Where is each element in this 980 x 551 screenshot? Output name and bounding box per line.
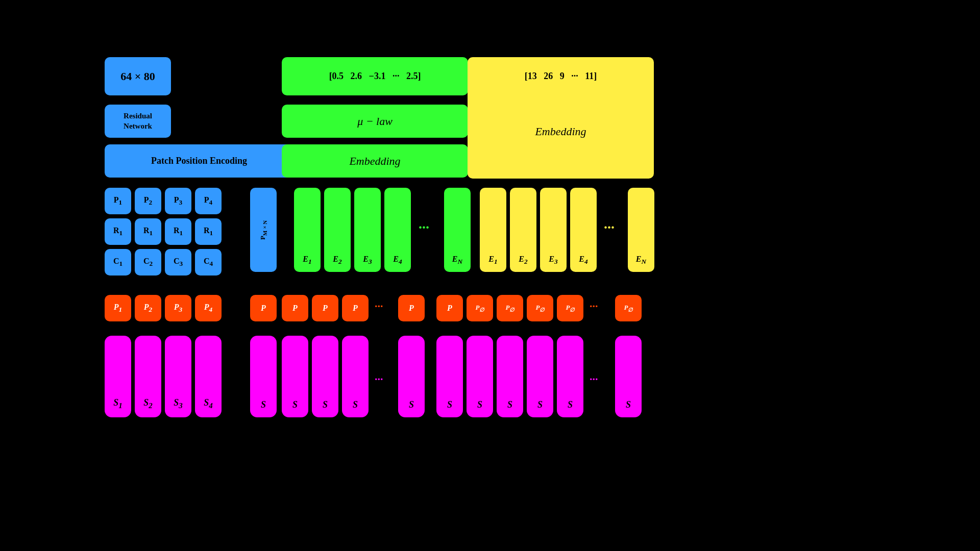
red-p2: P2 — [135, 295, 161, 321]
yellow-embedding-label: Embedding — [535, 125, 586, 138]
yellow-en: EN — [628, 188, 654, 272]
magenta-s4: S4 — [195, 336, 222, 417]
yellow-e3: E3 — [540, 188, 567, 272]
green-e1: E1 — [294, 188, 321, 272]
magenta-s-3-1: S — [467, 336, 493, 417]
blue-r4: R1 — [195, 218, 222, 245]
red-p3: P3 — [165, 295, 191, 321]
magenta-s2: S2 — [135, 336, 161, 417]
blue-p4: P4 — [195, 188, 222, 214]
magenta-s-3-4: S — [557, 336, 583, 417]
ppe-label: Patch Position Encoding — [151, 156, 247, 166]
magenta-dots-s2: ··· — [375, 372, 383, 386]
red-p4: P4 — [195, 295, 222, 321]
red-p-s2-4: P — [398, 295, 425, 321]
resnet-label: ResidualNetwork — [124, 111, 152, 131]
magenta-s-last: S — [615, 336, 642, 417]
mulaw-label: μ − law — [357, 115, 393, 128]
blue-r1: R1 — [105, 218, 131, 245]
green-dots: ··· — [419, 219, 429, 236]
magenta-s-2-1: S — [282, 336, 308, 417]
red-p-s2-2: P — [312, 295, 338, 321]
magenta-s-2-0: S — [250, 336, 277, 417]
red-p1: P1 — [105, 295, 131, 321]
diagram: 64 × 80 ResidualNetwork Patch Position E… — [0, 0, 980, 551]
dim-label: 64 × 80 — [120, 70, 155, 83]
red-p-s2-3: P — [342, 295, 369, 321]
yellow-e2: E2 — [510, 188, 536, 272]
red-dots-s2: ··· — [375, 299, 383, 313]
blue-ppe-box: Patch Position Encoding — [105, 144, 293, 178]
red-p-s3-0: P — [436, 295, 463, 321]
green-e3: E3 — [354, 188, 381, 272]
blue-resnet-box: ResidualNetwork — [105, 105, 171, 138]
red-p-s2-1: P — [282, 295, 308, 321]
red-p-s3-2: P∅ — [497, 295, 523, 321]
red-p-s3-last: P∅ — [615, 295, 642, 321]
red-dots-s3: ··· — [590, 299, 598, 313]
yellow-dots-mid: ··· — [604, 219, 615, 236]
magenta-s3: S3 — [165, 336, 191, 417]
blue-p3: P3 — [165, 188, 191, 214]
magenta-s-2-2: S — [312, 336, 338, 417]
yellow-embedding-box: Embedding — [468, 84, 654, 179]
magenta-s-3-3: S — [527, 336, 553, 417]
blue-dim-box: 64 × 80 — [105, 57, 171, 95]
red-p-s3-1: P∅ — [467, 295, 493, 321]
blue-c4: C4 — [195, 249, 222, 276]
blue-p2: P2 — [135, 188, 161, 214]
blue-c2: C2 — [135, 249, 161, 276]
blue-pmn: PM×N — [250, 188, 277, 272]
magenta-s1: S1 — [105, 336, 131, 417]
blue-c1: C1 — [105, 249, 131, 276]
magenta-s-2-4: S — [398, 336, 425, 417]
red-p-s3-4: P∅ — [557, 295, 583, 321]
green-top-box: [0.5 2.6 −3.1 ··· 2.5] — [282, 57, 468, 95]
blue-r3: R1 — [165, 218, 191, 245]
yellow-e1: E1 — [480, 188, 506, 272]
magenta-s-3-2: S — [497, 336, 523, 417]
green-embedding-box: Embedding — [282, 144, 468, 178]
blue-c3: C3 — [165, 249, 191, 276]
green-e2: E2 — [324, 188, 351, 272]
green-en: EN — [444, 188, 471, 272]
blue-p1: P1 — [105, 188, 131, 214]
green-array-label: [0.5 2.6 −3.1 ··· 2.5] — [329, 71, 421, 82]
green-mulaw-box: μ − law — [282, 105, 468, 138]
yellow-e4: E4 — [570, 188, 597, 272]
green-embedding-label: Embedding — [349, 155, 400, 168]
green-e4: E4 — [384, 188, 411, 272]
yellow-array-label: [13 26 9 ··· 11] — [525, 71, 597, 82]
magenta-s-3-0: S — [436, 336, 463, 417]
blue-r2: R1 — [135, 218, 161, 245]
red-pm: P — [250, 295, 277, 321]
red-p-s3-3: P∅ — [527, 295, 553, 321]
magenta-dots-s3: ··· — [590, 372, 598, 386]
magenta-s-2-3: S — [342, 336, 369, 417]
